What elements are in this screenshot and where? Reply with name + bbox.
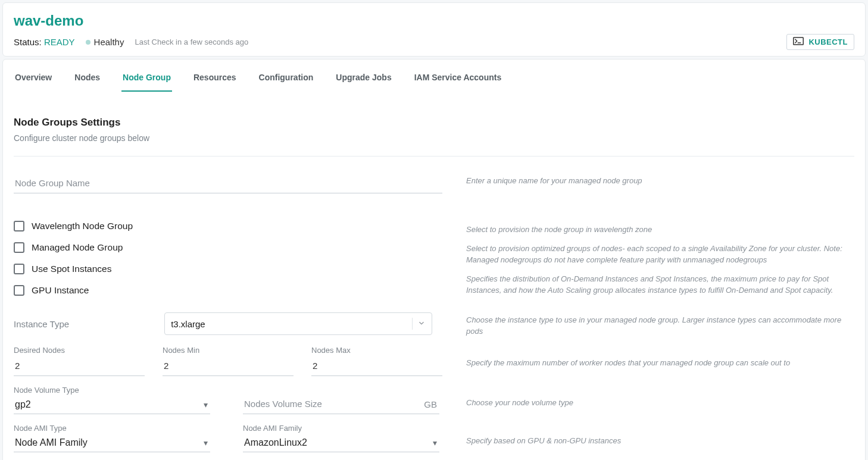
kubectl-label: KUBECTL xyxy=(808,37,848,46)
hint-managed: Select to provision optimized groups of … xyxy=(466,240,854,266)
nodes-min-label: Nodes Min xyxy=(163,346,294,355)
row-node-counts: Desired Nodes Nodes Min Nodes Max Specif… xyxy=(14,346,854,376)
cluster-title: wav-demo xyxy=(14,12,854,29)
volume-size-input[interactable] xyxy=(243,394,439,414)
wavelength-label[interactable]: Wavelength Node Group xyxy=(32,221,133,231)
row-checkboxes: Wavelength Node Group Managed Node Group… xyxy=(14,215,854,299)
main-card: Overview Nodes Node Group Resources Conf… xyxy=(2,59,866,460)
checkbox-row-wavelength: Wavelength Node Group xyxy=(14,221,442,231)
ami-type-select[interactable]: ▾ xyxy=(14,434,210,452)
tabs: Overview Nodes Node Group Resources Conf… xyxy=(14,60,854,92)
volume-type-value[interactable] xyxy=(14,396,210,414)
node-group-name-input[interactable] xyxy=(14,173,442,193)
tab-iam-service-accounts[interactable]: IAM Service Accounts xyxy=(413,67,503,92)
nodes-max-label: Nodes Max xyxy=(311,346,442,355)
tab-resources[interactable]: Resources xyxy=(192,67,238,92)
hint-node-group-name: Enter a unique name for your managed nod… xyxy=(466,173,854,187)
divider xyxy=(14,156,854,157)
desired-nodes-label: Desired Nodes xyxy=(14,346,145,355)
health-indicator: Healthy xyxy=(86,37,124,47)
tab-upgrade-jobs[interactable]: Upgrade Jobs xyxy=(335,67,392,92)
hint-volume: Choose your node volume type xyxy=(466,386,854,409)
terminal-icon xyxy=(793,37,804,47)
ami-family-select[interactable]: ▾ xyxy=(243,434,439,452)
checkbox-row-gpu: GPU Instance xyxy=(14,285,442,296)
row-volume: Node Volume Type ▾ GB Choose your node v… xyxy=(14,386,854,414)
cluster-header-card: wav-demo Status: READY Healthy Last Chec… xyxy=(2,2,866,57)
nodes-max-input[interactable] xyxy=(311,356,442,376)
managed-label[interactable]: Managed Node Group xyxy=(32,242,123,253)
instance-type-value: t3.xlarge xyxy=(171,319,205,329)
volume-type-select[interactable]: ▾ xyxy=(14,396,210,414)
tab-node-group[interactable]: Node Group xyxy=(121,67,172,92)
managed-checkbox[interactable] xyxy=(14,242,24,253)
hint-scale: Specify the maximum number of worker nod… xyxy=(466,346,854,369)
status-label: Status: xyxy=(14,37,42,47)
ami-type-value[interactable] xyxy=(14,434,210,452)
nodes-min-input[interactable] xyxy=(163,356,294,376)
checkbox-row-managed: Managed Node Group xyxy=(14,242,442,253)
section-subtitle: Configure cluster node groups below xyxy=(14,133,854,143)
tab-configuration[interactable]: Configuration xyxy=(258,67,315,92)
health-dot-icon xyxy=(86,40,90,45)
ami-family-label: Node AMI Family xyxy=(243,424,439,433)
kubectl-button[interactable]: KUBECTL xyxy=(786,34,854,50)
desired-nodes-input[interactable] xyxy=(14,356,145,376)
instance-type-label: Instance Type xyxy=(14,319,69,329)
section-header: Node Groups Settings Configure cluster n… xyxy=(14,117,854,143)
spot-checkbox[interactable] xyxy=(14,264,24,274)
tab-nodes[interactable]: Nodes xyxy=(73,67,101,92)
status-value: READY xyxy=(44,37,75,47)
tab-overview[interactable]: Overview xyxy=(14,67,53,92)
volume-size-suffix: GB xyxy=(424,399,437,409)
health-text: Healthy xyxy=(94,37,124,47)
form-area: Enter a unique name for your managed nod… xyxy=(14,173,854,460)
status-row: Status: READY Healthy Last Check in a fe… xyxy=(14,34,854,50)
ami-family-value[interactable] xyxy=(243,434,439,452)
last-check-text: Last Check in a few seconds ago xyxy=(135,37,248,46)
wavelength-checkbox[interactable] xyxy=(14,221,24,231)
hint-spot: Specifies the distribution of On-Demand … xyxy=(466,271,854,296)
checkbox-row-spot: Use Spot Instances xyxy=(14,264,442,274)
hint-ami: Specify based on GPU & non-GPU instances xyxy=(466,424,854,447)
hint-instance-type: Choose the instance type to use in your … xyxy=(466,312,854,337)
row-instance-type: Instance Type t3.xlarge Choose the insta… xyxy=(14,312,854,337)
gpu-checkbox[interactable] xyxy=(14,285,24,296)
ami-type-label: Node AMI Type xyxy=(14,424,210,433)
status-block: Status: READY xyxy=(14,37,75,47)
gpu-label[interactable]: GPU Instance xyxy=(32,285,89,296)
hint-wavelength: Select to provision the node group in wa… xyxy=(466,222,854,236)
row-node-group-name: Enter a unique name for your managed nod… xyxy=(14,173,854,193)
spot-label[interactable]: Use Spot Instances xyxy=(32,264,111,274)
volume-type-label: Node Volume Type xyxy=(14,386,210,395)
instance-type-select[interactable]: t3.xlarge xyxy=(164,312,432,335)
svg-rect-0 xyxy=(794,37,804,45)
section-title: Node Groups Settings xyxy=(14,117,854,129)
row-ami: Node AMI Type ▾ Node AMI Family ▾ xyxy=(14,424,854,452)
chevron-down-icon xyxy=(417,319,426,329)
